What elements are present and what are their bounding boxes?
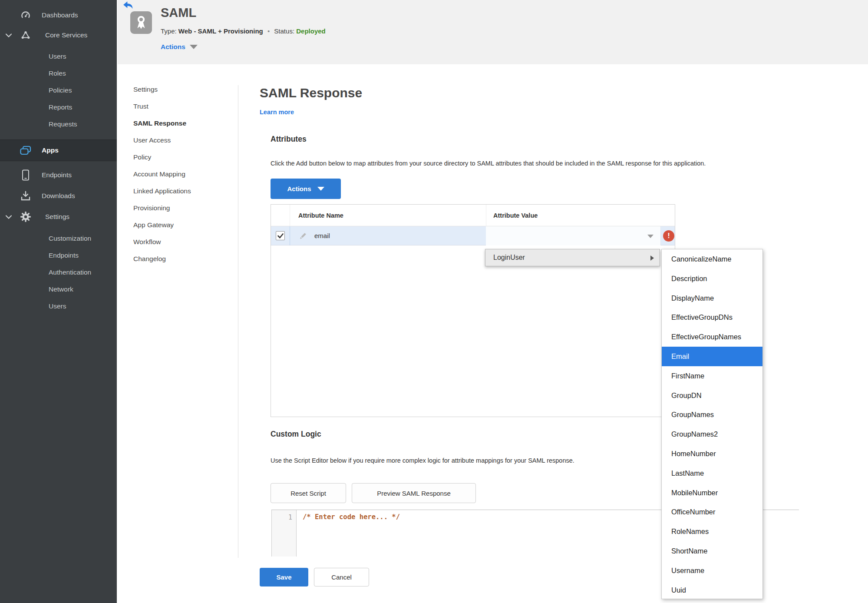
menu-item-email[interactable]: Email xyxy=(662,347,762,366)
sidebar-item-label: Core Services xyxy=(45,31,87,39)
sidebar-item-endpoints[interactable]: Endpoints xyxy=(0,165,117,186)
endpoints-icon xyxy=(19,169,32,181)
type-value: Web - SAML + Provisioning xyxy=(178,27,263,35)
subnav-item-linked-applications[interactable]: Linked Applications xyxy=(133,182,191,199)
menu-item-canonicalizename[interactable]: CanonicalizeName xyxy=(662,249,762,269)
subnav-item-saml-response[interactable]: SAML Response xyxy=(133,115,191,132)
attributes-actions-button[interactable]: Actions xyxy=(271,179,341,199)
menu-item-groupnames[interactable]: GroupNames xyxy=(662,405,762,424)
status-label: Status: xyxy=(274,27,294,35)
table-row[interactable]: email ! xyxy=(271,226,675,245)
gear-icon xyxy=(19,211,32,222)
chevron-down-icon xyxy=(6,31,12,39)
page: Dashboards Core Services Users Roles Pol… xyxy=(0,0,868,603)
subnav-item-account-mapping[interactable]: Account Mapping xyxy=(133,166,191,182)
subnav-item-provisioning[interactable]: Provisioning xyxy=(133,199,191,216)
menu-item-effectivegroupdns[interactable]: EffectiveGroupDNs xyxy=(662,308,762,327)
reset-script-button[interactable]: Reset Script xyxy=(271,483,346,503)
sidebar-item-users[interactable]: Users xyxy=(0,48,117,65)
sidebar-item-settings-users[interactable]: Users xyxy=(0,298,117,315)
row-checkbox[interactable] xyxy=(276,231,285,240)
attributes-table: Attribute Name Attribute Value email ! xyxy=(271,204,675,417)
custom-logic-description: Use the Script Editor below if you requi… xyxy=(271,457,574,464)
menu-item-effectivegroupnames[interactable]: EffectiveGroupNames xyxy=(662,327,762,347)
attributes-description: Click the Add button below to map attrib… xyxy=(271,160,706,167)
subnav-item-changelog[interactable]: Changelog xyxy=(133,250,191,267)
sidebar-item-requests[interactable]: Requests xyxy=(0,116,117,133)
line-number: 1 xyxy=(288,514,292,521)
app-meta: Type: Web - SAML + Provisioning • Status… xyxy=(161,27,326,35)
app-header: SAML Type: Web - SAML + Provisioning • S… xyxy=(118,0,868,64)
sidebar-item-label: Downloads xyxy=(42,192,75,200)
downloads-icon xyxy=(19,191,32,201)
status-badge: Deployed xyxy=(296,27,326,35)
chevron-down-icon xyxy=(6,213,12,221)
app-title: SAML xyxy=(161,6,196,20)
sidebar-item-downloads[interactable]: Downloads xyxy=(0,186,117,206)
editor-code[interactable]: /* Enter code here... */ xyxy=(303,513,400,521)
table-header: Attribute Name Attribute Value xyxy=(271,205,675,226)
menu-item-homenumber[interactable]: HomeNumber xyxy=(662,444,762,464)
menu-item-lastname[interactable]: LastName xyxy=(662,464,762,483)
app-ribbon-icon xyxy=(130,11,152,34)
pencil-icon[interactable] xyxy=(299,232,307,242)
menu-item-shortname[interactable]: ShortName xyxy=(662,541,762,561)
save-button[interactable]: Save xyxy=(260,568,308,586)
sidebar-item-apps[interactable]: Apps xyxy=(0,139,117,161)
sidebar-item-settings[interactable]: Settings xyxy=(0,206,117,227)
column-header-attribute-value: Attribute Value xyxy=(493,205,538,226)
sidebar-item-dashboards[interactable]: Dashboards xyxy=(0,5,117,25)
dropdown-submenu: CanonicalizeName Description DisplayName… xyxy=(661,249,763,599)
apps-icon xyxy=(19,146,32,156)
cell-divider xyxy=(290,226,290,245)
menu-item-mobilenumber[interactable]: MobileNumber xyxy=(662,483,762,503)
attributes-heading: Attributes xyxy=(271,135,307,144)
menu-item-officenumber[interactable]: OfficeNumber xyxy=(662,502,762,522)
menu-item-uuid[interactable]: Uuid xyxy=(662,580,762,600)
actions-button-label: Actions xyxy=(287,185,311,192)
subnav-item-user-access[interactable]: User Access xyxy=(133,132,191,149)
sidebar-item-label: Dashboards xyxy=(42,11,78,19)
page-title: SAML Response xyxy=(260,86,362,100)
menu-item-groupdn[interactable]: GroupDN xyxy=(662,386,762,405)
dropdown-caret-icon xyxy=(647,235,653,238)
sidebar-item-authentication[interactable]: Authentication xyxy=(0,264,117,281)
menu-item-groupnames2[interactable]: GroupNames2 xyxy=(662,424,762,444)
chevron-down-icon xyxy=(317,187,324,191)
subnav: Settings Trust SAML Response User Access… xyxy=(133,81,191,267)
sidebar-item-policies[interactable]: Policies xyxy=(0,82,117,99)
menu-item-rolenames[interactable]: RoleNames xyxy=(662,522,762,541)
sidebar-item-core-services[interactable]: Core Services xyxy=(0,25,117,45)
menu-item-displayname[interactable]: DisplayName xyxy=(662,288,762,308)
checkbox-check-icon xyxy=(277,233,284,239)
sidebar-item-network[interactable]: Network xyxy=(0,281,117,298)
menu-item-firstname[interactable]: FirstName xyxy=(662,366,762,386)
submenu-arrow-icon xyxy=(650,255,654,261)
dropdown-menu-loginuser[interactable]: LoginUser xyxy=(485,249,660,266)
sidebar-item-customization[interactable]: Customization xyxy=(0,230,117,247)
subnav-item-app-gateway[interactable]: App Gateway xyxy=(133,216,191,233)
subnav-item-policy[interactable]: Policy xyxy=(133,149,191,166)
column-divider xyxy=(290,205,290,226)
gauge-icon xyxy=(19,10,32,20)
subnav-item-workflow[interactable]: Workflow xyxy=(133,233,191,250)
cancel-button[interactable]: Cancel xyxy=(314,568,369,586)
chevron-down-icon xyxy=(190,45,198,49)
menu-item-username[interactable]: Username xyxy=(662,561,762,580)
preview-saml-response-button[interactable]: Preview SAML Response xyxy=(352,483,476,503)
menu-item-description[interactable]: Description xyxy=(662,269,762,288)
core-services-icon xyxy=(19,30,32,40)
header-actions-label: Actions xyxy=(161,43,185,51)
column-header-attribute-name: Attribute Name xyxy=(298,205,343,226)
sidebar-item-label: Apps xyxy=(42,146,59,154)
attribute-value-select[interactable] xyxy=(486,226,661,245)
sidebar-item-reports[interactable]: Reports xyxy=(0,99,117,116)
subnav-item-trust[interactable]: Trust xyxy=(133,98,191,115)
learn-more-link[interactable]: Learn more xyxy=(260,109,294,116)
back-arrow-icon[interactable] xyxy=(123,1,133,10)
sidebar-item-settings-endpoints[interactable]: Endpoints xyxy=(0,247,117,264)
error-icon: ! xyxy=(663,230,674,242)
header-actions-menu[interactable]: Actions xyxy=(161,43,198,51)
subnav-item-settings[interactable]: Settings xyxy=(133,81,191,98)
sidebar-item-roles[interactable]: Roles xyxy=(0,65,117,82)
